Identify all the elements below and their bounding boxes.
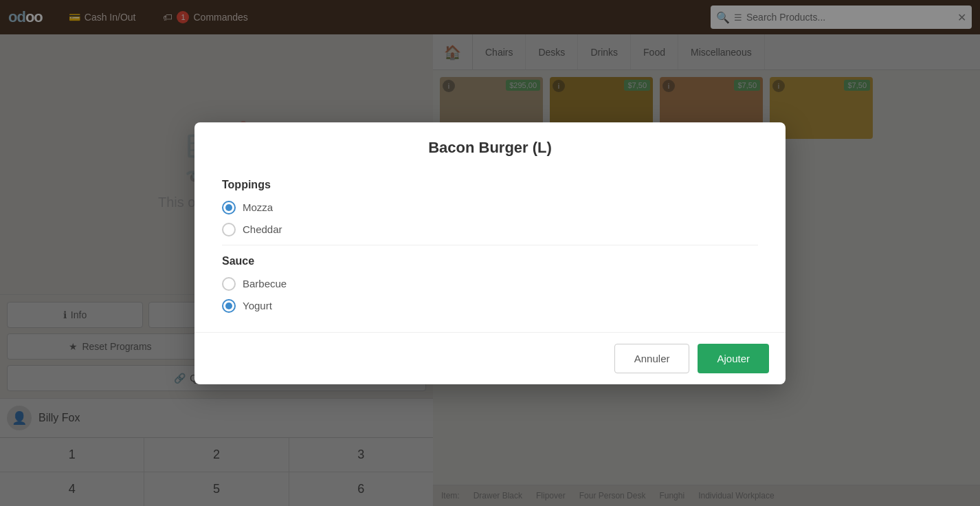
topping-cheddar-row[interactable]: Cheddar: [222, 223, 758, 236]
modal-overlay: Bacon Burger (L) Toppings Mozza Cheddar …: [0, 0, 980, 506]
cancel-button[interactable]: Annuler: [614, 344, 690, 373]
product-options-modal: Bacon Burger (L) Toppings Mozza Cheddar …: [194, 122, 786, 384]
add-button[interactable]: Ajouter: [698, 344, 769, 373]
sauce-barbecue-label: Barbecue: [243, 278, 287, 289]
radio-inner: [225, 302, 232, 309]
sauce-barbecue-radio[interactable]: [222, 277, 236, 291]
sauce-yogurt-radio[interactable]: [222, 299, 236, 313]
topping-mozza-radio[interactable]: [222, 201, 236, 214]
sauce-label: Sauce: [222, 255, 758, 267]
modal-header: Bacon Burger (L): [194, 122, 786, 168]
radio-inner: [225, 204, 232, 211]
sauce-yogurt-label: Yogurt: [243, 300, 272, 311]
sauce-barbecue-row[interactable]: Barbecue: [222, 277, 758, 291]
modal-footer: Annuler Ajouter: [194, 332, 786, 384]
topping-cheddar-radio[interactable]: [222, 223, 236, 236]
modal-title: Bacon Burger (L): [216, 139, 764, 157]
sauce-yogurt-row[interactable]: Yogurt: [222, 299, 758, 313]
topping-mozza-row[interactable]: Mozza: [222, 201, 758, 214]
modal-body: Toppings Mozza Cheddar Sauce Barbecue: [194, 168, 786, 332]
topping-cheddar-label: Cheddar: [243, 223, 282, 235]
toppings-label: Toppings: [222, 179, 758, 191]
topping-mozza-label: Mozza: [243, 201, 273, 213]
